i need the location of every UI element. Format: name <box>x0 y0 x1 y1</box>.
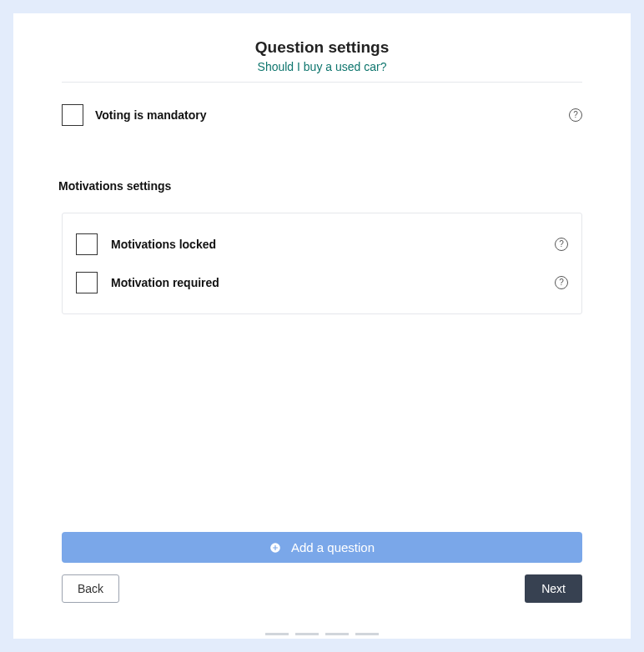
progress-step <box>265 633 289 635</box>
progress-step <box>325 633 349 635</box>
progress-step <box>295 633 319 635</box>
add-question-label: Add a question <box>291 540 375 554</box>
motivations-locked-row: Motivations locked ? <box>76 225 568 263</box>
motivation-required-row: Motivation required ? <box>76 263 568 302</box>
voting-mandatory-label: Voting is mandatory <box>95 108 207 122</box>
progress-step <box>355 633 379 635</box>
back-button[interactable]: Back <box>62 574 119 603</box>
help-icon[interactable]: ? <box>555 238 568 251</box>
help-icon[interactable]: ? <box>555 276 568 289</box>
row-left: Motivation required <box>76 272 219 293</box>
motivations-section-heading: Motivations settings <box>58 179 582 193</box>
row-left: Motivations locked <box>76 233 216 255</box>
row-left: Voting is mandatory <box>62 104 207 126</box>
motivations-locked-checkbox[interactable] <box>76 233 98 255</box>
next-button[interactable]: Next <box>525 574 582 603</box>
motivation-required-checkbox[interactable] <box>76 272 98 293</box>
voting-mandatory-row: Voting is mandatory ? <box>62 99 582 131</box>
motivation-required-label: Motivation required <box>111 276 219 289</box>
help-icon[interactable]: ? <box>569 108 582 122</box>
action-row: Back Next <box>62 574 582 603</box>
voting-mandatory-checkbox[interactable] <box>62 104 83 126</box>
motivations-box: Motivations locked ? Motivation required… <box>62 213 582 314</box>
progress-indicator <box>62 633 582 639</box>
bottom-bar: Add a question Back Next <box>13 532 631 639</box>
settings-panel: Question settings Should I buy a used ca… <box>13 13 631 639</box>
content: Voting is mandatory ? Motivations settin… <box>13 83 631 314</box>
page-title: Question settings <box>13 38 631 57</box>
page-subtitle: Should I buy a used car? <box>13 60 631 73</box>
add-question-button[interactable]: Add a question <box>62 532 582 563</box>
motivations-locked-label: Motivations locked <box>111 238 216 251</box>
plus-circle-icon <box>269 542 281 554</box>
header: Question settings Should I buy a used ca… <box>13 13 631 82</box>
